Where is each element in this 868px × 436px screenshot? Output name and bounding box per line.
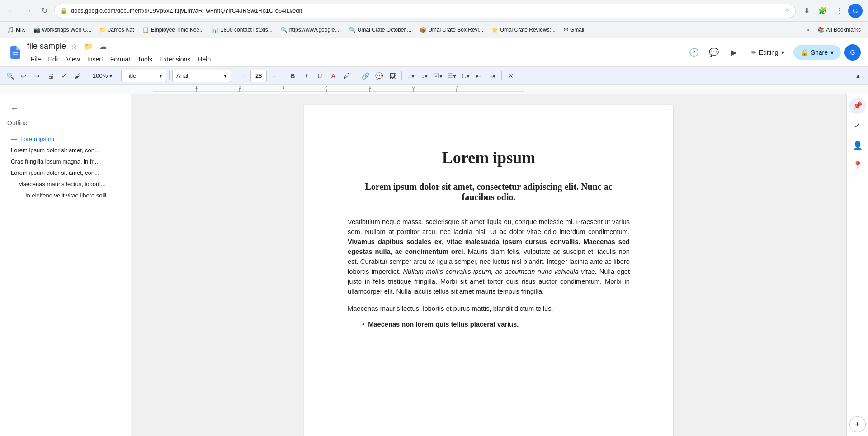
bullet-item-1[interactable]: • Maecenas non lorem quis tellus placera… [348,321,630,328]
bookmarks-folder-icon: 📚 [817,27,824,33]
font-size-increase-button[interactable]: + [268,70,280,82]
bookmark-contact-list[interactable]: 📊 1800 contact list.xls... [208,25,276,35]
outline-item-2[interactable]: Cras fringilla ipsum magna, in fri... [7,156,123,167]
undo-button[interactable]: ↩ [17,70,30,82]
outline-item-3[interactable]: Lorem ipsum dolor sit amet, con... [7,168,123,178]
download-icon[interactable]: ⬇ [799,4,814,18]
doc-paragraph-1[interactable]: Vestibulum neque massa, scelerisque sit … [348,217,630,296]
sidebar-keep-button[interactable]: 📌 [849,98,866,114]
increase-indent-button[interactable]: ⇥ [486,70,499,82]
style-value: Title [125,72,136,79]
zoom-select[interactable]: 100% ▾ [90,70,115,82]
doc-title[interactable]: Lorem ipsum [348,148,630,167]
editing-button[interactable]: ✏ Editing ▾ [745,46,790,59]
checklist-button[interactable]: ☑▾ [432,70,444,82]
all-bookmarks-button[interactable]: 📚 All Bookmarks [814,25,864,35]
align-button[interactable]: ≡▾ [405,70,417,82]
bookmark-worksnaps[interactable]: 📷 Worksnaps Web C... [30,25,95,35]
bookmark-james-kat[interactable]: 📁 James-Kat [96,25,137,35]
umai-box-icon: 📦 [420,27,426,33]
move-button[interactable]: 📁 [82,40,95,53]
comments-button[interactable]: 💬 [706,44,722,61]
highlight-button[interactable]: 🖊 [340,70,353,82]
bookmark-mix-label: MiX [16,27,25,33]
text-color-button[interactable]: A [327,70,340,82]
outline-item-1[interactable]: Lorem ipsum dolor sit amet, con... [7,145,123,155]
present-button[interactable]: ▶ [726,44,742,61]
menu-insert[interactable]: Insert [84,54,107,65]
doc-heading[interactable]: Lorem ipsum dolor sit amet, consectetur … [348,182,630,202]
outline-item-0[interactable]: — Lorem ipsum [7,134,123,144]
clear-formatting-button[interactable]: ✕ [505,70,517,82]
toolbar-collapse-button[interactable]: ▲ [852,70,864,82]
sidebar-add-button[interactable]: + [849,416,866,432]
bookmark-employee[interactable]: 📋 Employee Time Kee... [139,25,208,35]
back-button[interactable]: ← [5,5,18,17]
star-icon[interactable]: ☆ [784,7,790,14]
search-toolbar-button[interactable]: 🔍 [4,70,16,82]
menu-edit[interactable]: Edit [45,54,63,65]
redo-button[interactable]: ↪ [31,70,43,82]
font-size-input[interactable] [250,70,267,82]
sidebar-title: Outline [7,119,123,127]
paragraph-style-select[interactable]: Title ▾ [121,70,166,82]
outline-item-label-0: Lorem ipsum [20,136,54,142]
history-button[interactable]: 🕐 [686,44,702,61]
cloud-button[interactable]: ☁ [97,40,109,53]
bookmark-gmail[interactable]: ✉ Gmail [560,25,588,35]
comment-toolbar-button[interactable]: 💬 [373,70,385,82]
sidebar-maps-button[interactable]: 📍 [849,157,866,173]
all-bookmarks-label: All Bookmarks [826,27,861,33]
spellcheck-button[interactable]: ✓ [58,70,71,82]
share-button[interactable]: 🔒 Share ▾ [793,45,841,60]
docs-content[interactable]: Lorem ipsum Lorem ipsum dolor sit amet, … [131,94,846,436]
doc-paragraph-2[interactable]: Maecenas mauris lectus, lobortis et puru… [348,304,630,314]
editing-label: Editing [759,49,778,56]
bookmark-umai-oct[interactable]: 🔍 Umai Crate October.... [345,25,415,35]
menu-help[interactable]: Help [194,54,214,65]
italic-button[interactable]: I [300,70,312,82]
profile-avatar[interactable]: G [848,4,863,18]
share-label: Share [811,49,828,56]
bookmark-google-label: https://www.google.... [289,27,341,33]
link-button[interactable]: 🔗 [359,70,372,82]
sidebar-tasks-button[interactable]: ✓ [849,117,866,134]
numbered-list-button[interactable]: 1.▾ [459,70,472,82]
menu-view[interactable]: View [63,54,84,65]
bookmark-umai-reviews[interactable]: ⭐ Umai Crate Reviews:... [488,25,559,35]
chevron-down-icon: ▾ [781,49,784,56]
forward-button[interactable]: → [22,5,34,17]
sidebar-contacts-button[interactable]: 👤 [849,137,866,154]
docs-filename[interactable]: file sample [27,42,66,51]
bold-button[interactable]: B [286,70,299,82]
outline-item-5[interactable]: In eleifend velit vitae libero solli... [7,190,123,201]
decrease-indent-button[interactable]: ⇤ [472,70,485,82]
bookmarks-more-button[interactable]: » [803,25,813,35]
lock-icon: 🔒 [60,7,67,14]
reload-button[interactable]: ↻ [38,5,51,17]
umai-oct-icon: 🔍 [349,27,356,33]
user-avatar[interactable]: G [844,44,861,61]
menu-tools[interactable]: Tools [134,54,156,65]
bookmark-mix[interactable]: 🎵 MiX [4,25,29,35]
underline-button[interactable]: U [313,70,326,82]
menu-format[interactable]: Format [107,54,134,65]
more-options-icon[interactable]: ⋮ [832,4,846,18]
image-button[interactable]: 🖼 [386,70,399,82]
print-button[interactable]: 🖨 [44,70,57,82]
font-size-decrease-button[interactable]: − [237,70,250,82]
menu-extensions[interactable]: Extensions [156,54,194,65]
outline-item-4[interactable]: Maecenas mauris lectus, loborti... [7,179,123,189]
extensions-icon[interactable]: 🧩 [816,4,830,18]
bullet-list-button[interactable]: ☰▾ [445,70,458,82]
bookmark-umai-box[interactable]: 📦 Umai Crate Box Revi... [416,25,487,35]
address-bar[interactable]: 🔒 docs.google.com/document/d/19Vp5xZ-f1j… [54,4,796,18]
ruler-svg: 1 2 3 4 5 6 7 [153,85,524,94]
sidebar-back-button[interactable]: ← [7,101,22,116]
star-button[interactable]: ☆ [68,40,80,53]
font-name-select[interactable]: Arial ▾ [172,70,231,82]
paint-format-button[interactable]: 🖌 [71,70,84,82]
menu-file[interactable]: File [27,54,45,65]
line-spacing-button[interactable]: ↕▾ [418,70,431,82]
bookmark-google[interactable]: 🔍 https://www.google.... [277,25,344,35]
